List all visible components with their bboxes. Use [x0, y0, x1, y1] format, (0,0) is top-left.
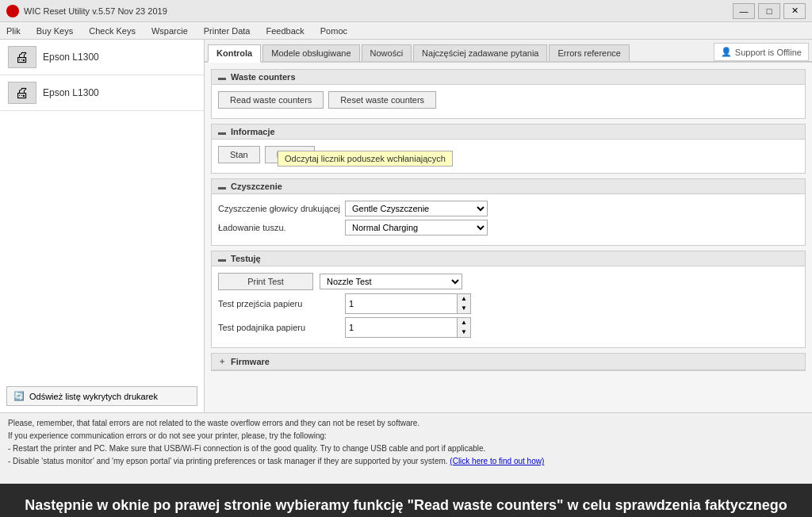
printer-name-2: Epson L1300	[43, 87, 99, 98]
testuje-header: ▬ Testuję	[212, 251, 805, 266]
right-panel: Kontrola Modele obsługiwane Nowości Najc…	[205, 40, 812, 412]
printer-icon-1: 🖨	[8, 46, 36, 68]
head-cleaning-label: Czyszczenie głowicy drukującej	[218, 204, 345, 213]
czyszczenie-title: Czyszczenie	[231, 182, 282, 191]
tab-errors[interactable]: Errors reference	[549, 44, 629, 61]
left-panel: 🖨 Epson L1300 🖨 Epson L1300 🔄 Odśwież li…	[0, 40, 205, 412]
tab-modele[interactable]: Modele obsługiwane	[262, 44, 359, 61]
tabs-bar: Kontrola Modele obsługiwane Nowości Najc…	[205, 40, 812, 63]
ink-charging-label: Ładowanie tuszu.	[218, 223, 345, 232]
informacje-title: Informacje	[231, 127, 275, 136]
paper-feed-spinner: ▲ ▼	[345, 317, 471, 338]
tooltip-read-waste: Odczytaj licznik poduszek wchłaniających	[278, 151, 453, 167]
stan-button[interactable]: Stan	[218, 146, 260, 163]
read-waste-button[interactable]: Read waste counters	[218, 91, 324, 109]
printer-item-1[interactable]: 🖨 Epson L1300	[0, 40, 204, 75]
menu-plik[interactable]: Plik	[3, 25, 24, 37]
printer-icon-2: 🖨	[8, 82, 36, 104]
tab-nowosci[interactable]: Nowości	[362, 44, 412, 61]
paper-feed-up[interactable]: ▲	[458, 318, 470, 327]
paper-pass-row: Test przejścia papieru ▲ ▼	[218, 293, 799, 314]
testuje-title: Testuję	[231, 254, 261, 263]
main-layout: 🖨 Epson L1300 🖨 Epson L1300 🔄 Odśwież li…	[0, 40, 812, 412]
testuje-section: ▬ Testuję Print Test Nozzle Test Alignme…	[211, 251, 806, 348]
paper-feed-input[interactable]	[346, 318, 457, 337]
reset-waste-button[interactable]: Reset waste counters	[328, 91, 436, 109]
close-button[interactable]: ✕	[783, 3, 806, 19]
info-line-3: - Restart the printer and PC. Make sure …	[8, 443, 804, 454]
refresh-icon: 🔄	[13, 391, 25, 401]
waste-counters-header: ▬ Waste counters	[212, 70, 805, 85]
paper-pass-input[interactable]	[346, 294, 457, 313]
menu-wsparcie[interactable]: Wsparcie	[148, 25, 191, 37]
paper-pass-down[interactable]: ▼	[458, 304, 470, 313]
czyszczenie-section: ▬ Czyszczenie Czyszczenie głowicy drukuj…	[211, 178, 806, 246]
menu-feedback[interactable]: Feedback	[262, 25, 307, 37]
firmware-section: ＋ Firmware	[211, 353, 806, 371]
menu-check-keys[interactable]: Check Keys	[86, 25, 139, 37]
waste-counters-title: Waste counters	[231, 72, 296, 82]
info-line-4: - Disable 'status monitor' and 'my epson…	[8, 456, 804, 467]
tab-faq[interactable]: Najczęściej zadawane pytania	[413, 44, 547, 61]
head-cleaning-select[interactable]: Gentle Czyszczenie Normal Czyszczenie Po…	[345, 201, 488, 216]
czyszczenie-body: Czyszczenie głowicy drukującej Gentle Cz…	[212, 194, 805, 245]
support-icon: 👤	[721, 47, 732, 57]
tab-kontrola[interactable]: Kontrola	[208, 44, 261, 63]
support-label: Support is Offline	[735, 48, 802, 57]
subtitle-bar: Następnie w oknie po prawej stronie wybi…	[0, 484, 812, 517]
titlebar: WIC Reset Utility v.5.57 Nov 23 2019 — □…	[0, 0, 812, 22]
menubar: Plik Buy Keys Check Keys Wsparcie Printe…	[0, 22, 812, 40]
bottom-info: Please, remember, that fatal errors are …	[0, 412, 812, 484]
click-here-link[interactable]: (Click here to find out how)	[450, 457, 544, 465]
head-cleaning-row: Czyszczenie głowicy drukującej Gentle Cz…	[218, 201, 799, 216]
print-test-button[interactable]: Print Test	[218, 273, 313, 290]
collapse-icon-czyszczenie: ▬	[218, 182, 226, 191]
app-icon	[6, 5, 19, 17]
info-line-1: Please, remember, that fatal errors are …	[8, 418, 804, 429]
refresh-printers-button[interactable]: 🔄 Odśwież listę wykrytych drukarek	[6, 386, 197, 406]
support-status: 👤 Support is Offline	[714, 43, 809, 61]
menu-buy-keys[interactable]: Buy Keys	[33, 25, 76, 37]
refresh-label: Odśwież listę wykrytych drukarek	[29, 392, 158, 401]
collapse-icon-waste: ▬	[218, 73, 226, 82]
paper-pass-label: Test przejścia papieru	[218, 299, 345, 308]
main-content: ▬ Waste counters Read waste counters Res…	[205, 63, 812, 412]
waste-counters-body: Read waste counters Reset waste counters…	[212, 85, 805, 118]
window-title: WIC Reset Utility v.5.57 Nov 23 2019	[24, 6, 167, 16]
nozzle-test-select[interactable]: Nozzle Test Alignment Test Color Test	[320, 274, 462, 289]
paper-pass-up[interactable]: ▲	[458, 294, 470, 304]
firmware-title: Firmware	[231, 357, 270, 366]
menu-printer-data[interactable]: Printer Data	[201, 25, 254, 37]
collapse-icon-info: ▬	[218, 128, 226, 136]
collapse-icon-testuje: ▬	[218, 255, 226, 263]
ink-charging-row: Ładowanie tuszu. Normal Charging Power C…	[218, 220, 799, 236]
paper-pass-spinner: ▲ ▼	[345, 293, 471, 314]
informacje-header: ▬ Informacje	[212, 124, 805, 140]
menu-pomoc[interactable]: Pomoc	[317, 25, 350, 37]
info-line-2: If you experience communication errors o…	[8, 431, 804, 442]
ink-charging-select[interactable]: Normal Charging Power Charging	[345, 220, 488, 236]
print-test-row: Print Test Nozzle Test Alignment Test Co…	[218, 273, 799, 290]
printer-item-2[interactable]: 🖨 Epson L1300	[0, 75, 204, 111]
minimize-button[interactable]: —	[733, 3, 755, 19]
firmware-header: ＋ Firmware	[212, 354, 805, 370]
printer-name-1: Epson L1300	[43, 52, 99, 63]
waste-counters-section: ▬ Waste counters Read waste counters Res…	[211, 69, 806, 119]
paper-feed-down[interactable]: ▼	[458, 327, 470, 337]
collapse-icon-firmware: ＋	[218, 356, 226, 367]
subtitle-text: Następnie w oknie po prawej stronie wybi…	[16, 496, 796, 517]
maximize-button[interactable]: □	[758, 3, 780, 19]
testuje-body: Print Test Nozzle Test Alignment Test Co…	[212, 266, 805, 347]
paper-feed-row: Test podajnika papieru ▲ ▼	[218, 317, 799, 338]
czyszczenie-header: ▬ Czyszczenie	[212, 179, 805, 194]
paper-feed-label: Test podajnika papieru	[218, 323, 345, 332]
